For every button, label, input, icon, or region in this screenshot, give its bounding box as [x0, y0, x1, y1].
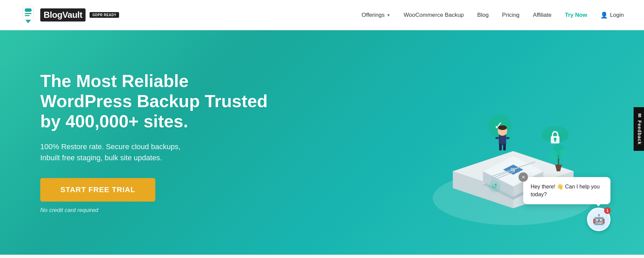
nav-item-blog[interactable]: Blog	[477, 12, 489, 18]
svg-rect-26	[506, 137, 509, 139]
nav-item-pricing[interactable]: Pricing	[502, 12, 520, 18]
svg-point-40	[559, 149, 568, 159]
logo-text: BlogVault	[40, 8, 86, 22]
pricing-link[interactable]: Pricing	[502, 12, 520, 18]
cookie-bar: We use cookies to provide and improve ou…	[0, 255, 644, 258]
gdpr-badge: GDPR READY	[90, 12, 119, 18]
logo-area: BlogVault GDPR READY	[20, 6, 119, 24]
login-button[interactable]: 👤 Login	[600, 11, 624, 19]
chat-badge-count: 1	[604, 207, 611, 214]
hero-subtitle: 100% Restore rate. Secure cloud backups,…	[40, 141, 275, 163]
svg-point-29	[498, 125, 507, 130]
chat-widget: ✕ Hey there! 👋 Can I help you today? 🤖 1	[523, 177, 610, 231]
blogvault-logo-icon	[20, 6, 36, 24]
hero-title: The Most Reliable WordPress Backup Trust…	[40, 71, 275, 131]
try-now-link[interactable]: Try Now	[565, 12, 587, 18]
login-label: Login	[610, 12, 624, 18]
offerings-label: Offerings	[362, 12, 385, 18]
nav-item-login[interactable]: 👤 Login	[600, 11, 624, 19]
svg-rect-35	[554, 140, 556, 142]
robot-icon: 🤖	[593, 214, 605, 225]
nav-item-try-now[interactable]: Try Now	[565, 12, 587, 18]
nav-links: Offerings ▼ WooCommerce Backup Blog Pric…	[362, 11, 624, 19]
chevron-down-icon: ▼	[387, 13, 390, 17]
chat-close-button[interactable]: ✕	[519, 172, 528, 182]
user-icon: 👤	[600, 11, 608, 19]
hero-content: The Most Reliable WordPress Backup Trust…	[40, 71, 275, 213]
svg-rect-27	[499, 144, 502, 150]
chat-avatar-button[interactable]: 🤖 1	[587, 208, 610, 231]
feedback-icon: ✉	[637, 113, 642, 118]
svg-text:↺: ↺	[492, 182, 497, 190]
no-credit-card-text: No credit card required	[40, 207, 275, 214]
svg-rect-28	[503, 144, 506, 150]
offerings-menu[interactable]: Offerings ▼	[362, 12, 390, 18]
feedback-tab[interactable]: ✉ Feedback	[634, 107, 644, 151]
start-free-trial-button[interactable]: START FREE TRIAL	[40, 178, 155, 202]
nav-item-affiliate[interactable]: Affiliate	[533, 12, 551, 18]
feedback-label: Feedback	[637, 120, 642, 145]
svg-point-39	[549, 150, 557, 159]
svg-rect-23	[499, 134, 506, 145]
nav-item-woocommerce[interactable]: WooCommerce Backup	[404, 12, 464, 18]
svg-rect-25	[495, 137, 499, 139]
affiliate-link[interactable]: Affiliate	[533, 12, 551, 18]
blog-link[interactable]: Blog	[477, 12, 489, 18]
svg-rect-2	[25, 15, 30, 16]
chat-greeting: Hey there! 👋 Can I help you today?	[531, 183, 603, 198]
sidebar-item-offerings[interactable]: Offerings ▼	[362, 12, 390, 18]
woocommerce-link[interactable]: WooCommerce Backup	[404, 12, 464, 18]
chat-bubble: ✕ Hey there! 👋 Can I help you today?	[523, 177, 610, 204]
navbar: BlogVault GDPR READY Offerings ▼ WooComm…	[0, 0, 644, 30]
svg-rect-1	[25, 13, 32, 14]
